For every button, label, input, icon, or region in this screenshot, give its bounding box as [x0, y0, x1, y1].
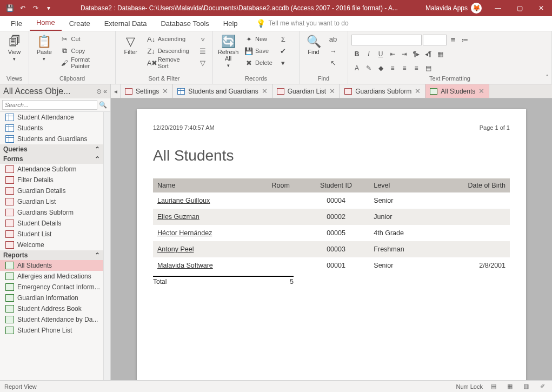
view-layout-icon[interactable]: ▥ — [521, 382, 531, 391]
indent-increase-button[interactable]: ⇥ — [399, 49, 410, 59]
filter-button[interactable]: ▽Filter — [119, 34, 143, 57]
align-center-button[interactable]: ≡ — [399, 63, 410, 74]
save-icon[interactable]: 💾 — [4, 3, 15, 14]
nav-item[interactable]: Student Attendance by Da... — [0, 314, 103, 325]
close-tab-icon[interactable]: ✕ — [329, 87, 335, 95]
toggle-filter-button[interactable]: ▽ — [196, 57, 209, 68]
nav-item[interactable]: Allergies and Medications — [0, 271, 103, 282]
document-tab[interactable]: Guardian List✕ — [272, 84, 340, 98]
maximize-button[interactable]: ▢ — [509, 0, 530, 16]
view-button[interactable]: 🗐View▾ — [3, 34, 25, 64]
minimize-button[interactable]: — — [487, 0, 509, 16]
close-tab-icon[interactable]: ✕ — [162, 87, 168, 95]
nav-category[interactable]: Forms⌃ — [0, 154, 103, 164]
nav-category[interactable]: Queries⌃ — [0, 144, 103, 154]
nav-item[interactable]: Student Details — [0, 218, 103, 229]
bold-button[interactable]: B — [351, 49, 362, 59]
indent-decrease-button[interactable]: ⇤ — [387, 49, 398, 59]
nav-dropdown-icon[interactable]: ⊙ « — [96, 88, 107, 95]
font-family-select[interactable] — [351, 35, 422, 45]
document-tab[interactable]: Guardians Subform✕ — [340, 84, 425, 98]
numbering-button[interactable]: ≔ — [460, 35, 470, 45]
tab-external-data[interactable]: External Data — [98, 17, 154, 31]
cut-button[interactable]: ✂Cut — [58, 34, 112, 44]
close-tab-icon[interactable]: ✕ — [262, 87, 268, 95]
refresh-all-button[interactable]: 🔄Refresh All▾ — [216, 34, 240, 70]
account-area[interactable]: Malavida Apps 🦊 — [420, 3, 487, 14]
nav-item[interactable]: Guardian Information — [0, 293, 103, 303]
view-report-icon[interactable]: ▤ — [488, 382, 499, 391]
nav-item[interactable]: Student List — [0, 229, 103, 240]
bullets-button[interactable]: ≣ — [448, 35, 458, 45]
more-records-button[interactable]: ▾ — [277, 57, 290, 68]
paste-button[interactable]: 📋Paste▾ — [32, 34, 56, 64]
qat-customize-icon[interactable]: ▾ — [43, 3, 54, 14]
nav-item[interactable]: Emergency Contact Inform... — [0, 282, 103, 293]
tab-file[interactable]: File — [4, 17, 29, 31]
goto-button[interactable]: → — [327, 45, 340, 56]
document-tab[interactable]: Students and Guardians✕ — [173, 84, 272, 98]
nav-item[interactable]: Students and Guardians — [0, 134, 103, 144]
close-button[interactable]: ✕ — [530, 0, 552, 16]
nav-item[interactable]: Welcome — [0, 240, 103, 250]
search-icon[interactable]: 🔍 — [97, 100, 108, 110]
nav-item[interactable]: Student Attendance — [0, 112, 103, 123]
collapse-ribbon-icon[interactable]: ˄ — [546, 74, 549, 82]
nav-item[interactable]: Guardian Details — [0, 185, 103, 196]
undo-icon[interactable]: ↶ — [17, 3, 28, 14]
document-tab[interactable]: Settings✕ — [121, 84, 173, 98]
font-size-select[interactable] — [423, 35, 447, 45]
nav-item[interactable]: Guardians Subform — [0, 207, 103, 218]
tab-database-tools[interactable]: Database Tools — [154, 17, 215, 31]
tab-scroll-left[interactable]: ◂ — [111, 84, 121, 98]
nav-category[interactable]: Reports⌃ — [0, 250, 103, 260]
find-button[interactable]: 🔍Find — [303, 34, 324, 57]
highlight-button[interactable]: ✎ — [363, 63, 374, 74]
select-button[interactable]: ↖ — [327, 57, 340, 68]
tab-home[interactable]: Home — [30, 16, 62, 31]
align-left-button[interactable]: ≡ — [387, 63, 398, 74]
tell-me[interactable]: 💡 Tell me what you want to do — [256, 19, 349, 31]
nav-header[interactable]: All Access Obje... ⊙ « — [0, 84, 110, 98]
new-record-button[interactable]: ✦New — [242, 34, 275, 44]
fill-color-button[interactable]: ◆ — [375, 63, 386, 74]
remove-sort-button[interactable]: A✖Remove Sort — [145, 57, 194, 68]
nav-item[interactable]: Student Address Book — [0, 303, 103, 314]
nav-item[interactable]: Student Phone List — [0, 325, 103, 336]
search-input[interactable] — [2, 100, 97, 110]
copy-button[interactable]: ⧉Copy — [58, 45, 112, 56]
rtl-button[interactable]: ◂¶ — [423, 49, 434, 59]
advanced-filter-button[interactable]: ☰ — [196, 45, 209, 56]
nav-item[interactable]: Attendance Subform — [0, 164, 103, 175]
sort-asc-button[interactable]: A↓Ascending — [145, 34, 194, 44]
save-record-button[interactable]: 💾Save — [242, 45, 275, 56]
redo-icon[interactable]: ↷ — [30, 3, 41, 14]
format-painter-button[interactable]: 🖌Format Painter — [58, 57, 112, 68]
document-body[interactable]: 12/20/2019 7:40:57 AM Page 1 of 1 All St… — [111, 98, 552, 380]
align-right-button[interactable]: ≡ — [411, 63, 422, 74]
nav-scrollbar[interactable] — [103, 112, 110, 380]
nav-item[interactable]: Filter Details — [0, 175, 103, 185]
alt-row-color-button[interactable]: ▤ — [423, 63, 434, 74]
italic-button[interactable]: I — [363, 49, 374, 59]
totals-button[interactable]: Σ — [277, 34, 290, 44]
delete-record-button[interactable]: ✖Delete — [242, 57, 275, 68]
nav-item[interactable]: Students — [0, 123, 103, 134]
font-color-button[interactable]: A — [351, 63, 362, 74]
document-tab[interactable]: All Students✕ — [425, 84, 489, 98]
selection-filter-button[interactable]: ▿ — [196, 34, 209, 44]
tab-help[interactable]: Help — [217, 17, 244, 31]
replace-button[interactable]: ab — [327, 34, 340, 44]
nav-item[interactable]: Guardian List — [0, 196, 103, 207]
spelling-button[interactable]: ✔ — [277, 45, 290, 56]
gridlines-button[interactable]: ▦ — [435, 49, 445, 59]
view-design-icon[interactable]: ✐ — [537, 382, 548, 391]
nav-item[interactable]: All Students — [0, 260, 103, 271]
view-print-icon[interactable]: ▦ — [504, 382, 515, 391]
close-tab-icon[interactable]: ✕ — [415, 87, 421, 95]
sort-desc-button[interactable]: Z↓Descending — [145, 45, 194, 56]
underline-button[interactable]: U — [375, 49, 386, 59]
ltr-button[interactable]: ¶▸ — [411, 49, 422, 59]
close-tab-icon[interactable]: ✕ — [478, 87, 484, 95]
tab-create[interactable]: Create — [63, 17, 97, 31]
